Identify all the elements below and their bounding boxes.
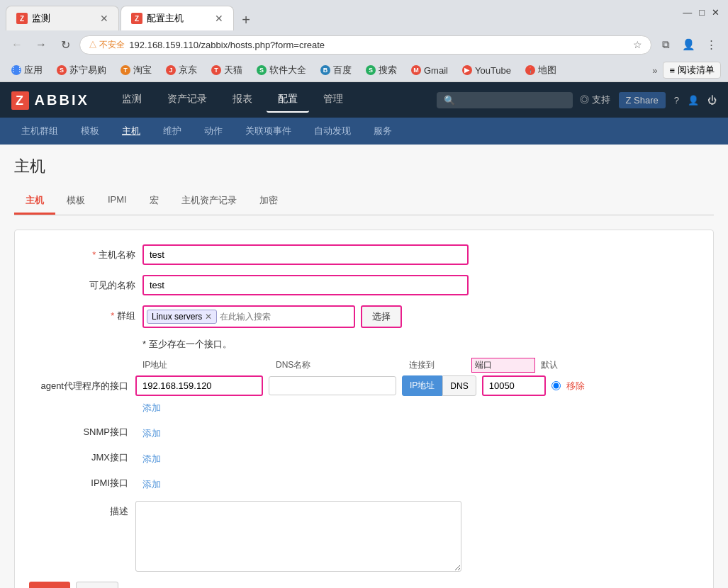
power-icon[interactable]: ⏻ — [707, 95, 717, 106]
ipmi-row: IPMI接口 添加 — [29, 475, 699, 491]
snmp-add-btn[interactable]: 添加 — [142, 427, 161, 440]
share-btn[interactable]: Z Share — [619, 92, 666, 108]
bm-youtube-icon: ▶ — [462, 65, 472, 75]
subnav-correlation[interactable]: 关联项事件 — [235, 120, 301, 142]
menu-btn[interactable]: ⋮ — [701, 35, 721, 55]
maximize-btn[interactable]: □ — [699, 7, 705, 18]
dns-input[interactable] — [269, 376, 396, 395]
bm-apps[interactable]: ⋮⋮ 应用 — [7, 62, 47, 78]
support-btn[interactable]: ◎ 支持 — [580, 94, 610, 106]
port-input[interactable] — [482, 375, 546, 396]
tab-host[interactable]: 主机 — [14, 188, 55, 215]
profile-btn[interactable]: 👤 — [678, 35, 698, 55]
tab-close-config[interactable]: ✕ — [215, 13, 223, 24]
add-btn[interactable]: 添加 — [29, 582, 70, 588]
bm-software-icon: S — [257, 65, 267, 75]
cancel-btn[interactable]: 取消 — [76, 582, 118, 588]
search-input[interactable] — [459, 95, 566, 106]
subnav-hosts[interactable]: 主机 — [112, 120, 150, 142]
group-search-input[interactable] — [220, 312, 326, 322]
user-icon[interactable]: 👤 — [688, 95, 699, 106]
bm-jd[interactable]: J 京东 — [162, 62, 201, 78]
subnav-templates[interactable]: 模板 — [71, 120, 109, 142]
bm-search-label: 搜索 — [379, 64, 397, 77]
tab-icon-dashboard: Z — [16, 13, 28, 24]
tab-asset[interactable]: 主机资产记录 — [170, 188, 248, 215]
nav-admin[interactable]: 管理 — [312, 87, 354, 113]
description-textarea[interactable] — [135, 501, 461, 572]
new-tab-btn[interactable]: + — [235, 9, 257, 30]
subnav-actions[interactable]: 动作 — [194, 120, 233, 142]
select-group-btn[interactable]: 选择 — [361, 305, 402, 328]
address-bar-row: ← → ↻ △ 不安全 192.168.159.110/zabbix/hosts… — [0, 30, 728, 59]
help-icon[interactable]: ? — [674, 95, 679, 106]
tab-label-config: 配置主机 — [147, 12, 184, 25]
back-btn[interactable]: ← — [7, 35, 27, 55]
bm-maps[interactable]: 📍 地图 — [521, 62, 561, 78]
group-tag-remove[interactable]: ✕ — [205, 312, 212, 322]
visible-name-row: 可见的名称 — [29, 275, 699, 295]
ipmi-add-btn[interactable]: 添加 — [142, 478, 161, 491]
bm-apps-label: 应用 — [24, 64, 43, 77]
tab-close-dashboard[interactable]: ✕ — [100, 13, 108, 24]
security-warning: △ 不安全 — [89, 39, 125, 51]
hostname-input[interactable] — [142, 244, 469, 265]
min-interface-note: * 至少存在一个接口。 — [142, 338, 699, 351]
extensions-btn[interactable]: ⧉ — [656, 35, 676, 55]
more-bookmarks-btn[interactable]: » — [652, 65, 657, 76]
agent-interface-fields: IP地址 DNS 移除 — [135, 375, 585, 396]
nav-assets[interactable]: 资产记录 — [156, 87, 218, 113]
nav-config[interactable]: 配置 — [267, 87, 309, 113]
address-box[interactable]: △ 不安全 192.168.159.110/zabbix/hosts.php?f… — [79, 35, 651, 55]
hostname-row: 主机名称 — [29, 244, 699, 265]
subnav-hostgroups[interactable]: 主机群组 — [11, 120, 68, 142]
zabbix-app: Z ABBIX 监测 资产记录 报表 配置 管理 🔍 ◎ 支持 Z Share — [0, 82, 728, 588]
bm-software[interactable]: S 软件大全 — [252, 62, 310, 78]
col-header-connect: 连接到 — [409, 359, 466, 371]
tab-dashboard[interactable]: Z 监测 ✕ — [6, 6, 119, 30]
browser-window: — □ ✕ Z 监测 ✕ Z 配置主机 ✕ + ← → ↻ △ 不安全 192.… — [0, 0, 728, 588]
visible-name-input[interactable] — [142, 275, 469, 295]
add-agent-btn[interactable]: 添加 — [142, 402, 161, 414]
bookmark-star[interactable]: ☆ — [633, 39, 642, 50]
search-box[interactable]: 🔍 — [437, 92, 573, 108]
jmx-row: JMX接口 添加 — [29, 450, 699, 465]
ip-input[interactable] — [135, 375, 263, 396]
tab-templates[interactable]: 模板 — [55, 188, 96, 215]
tab-encryption[interactable]: 加密 — [248, 188, 289, 215]
tab-ipmi[interactable]: IPMI — [96, 188, 138, 215]
minimize-btn[interactable]: — — [683, 7, 692, 18]
subnav-discovery[interactable]: 自动发现 — [304, 120, 361, 142]
bm-tianmao[interactable]: T 天猫 — [207, 62, 247, 78]
subnav-maintenance[interactable]: 维护 — [153, 120, 191, 142]
reader-mode-btn[interactable]: ≡ 阅读清单 — [663, 62, 721, 79]
nav-monitoring[interactable]: 监测 — [111, 87, 153, 113]
remove-interface-btn[interactable]: 移除 — [566, 380, 585, 392]
default-radio[interactable] — [551, 381, 561, 390]
tab-config[interactable]: Z 配置主机 ✕ — [121, 6, 234, 30]
form-tabs: 主机 模板 IPMI 宏 主机资产记录 加密 — [14, 188, 714, 215]
forward-btn[interactable]: → — [31, 35, 51, 55]
group-tag-linux: Linux servers ✕ — [147, 310, 217, 324]
close-btn[interactable]: ✕ — [712, 7, 719, 18]
bm-baidu[interactable]: B 百度 — [316, 62, 356, 78]
zabbix-logo: Z ABBIX — [11, 92, 89, 108]
bm-youtube-label: YouTube — [475, 65, 511, 76]
connect-dns-btn[interactable]: DNS — [442, 375, 476, 396]
group-tag-label: Linux servers — [152, 312, 202, 322]
connect-ip-btn[interactable]: IP地址 — [402, 375, 442, 396]
tab-macros[interactable]: 宏 — [138, 188, 170, 215]
reload-btn[interactable]: ↻ — [55, 35, 75, 55]
nav-reports[interactable]: 报表 — [221, 87, 264, 113]
bm-youtube[interactable]: ▶ YouTube — [458, 64, 515, 77]
col-header-port: 端口 — [471, 358, 535, 373]
bm-search[interactable]: S 搜索 — [362, 62, 401, 78]
group-row: 群组 Linux servers ✕ 选择 — [29, 305, 699, 328]
subnav-services[interactable]: 服务 — [364, 120, 402, 142]
bm-suning[interactable]: S 苏宁易购 — [52, 62, 111, 78]
bm-taobao[interactable]: T 淘宝 — [116, 62, 156, 78]
jmx-add-btn[interactable]: 添加 — [142, 453, 161, 465]
toolbar-icons: ⧉ 👤 ⋮ — [656, 35, 721, 55]
bm-gmail[interactable]: M Gmail — [407, 64, 452, 77]
group-tags-container[interactable]: Linux servers ✕ — [142, 305, 355, 328]
